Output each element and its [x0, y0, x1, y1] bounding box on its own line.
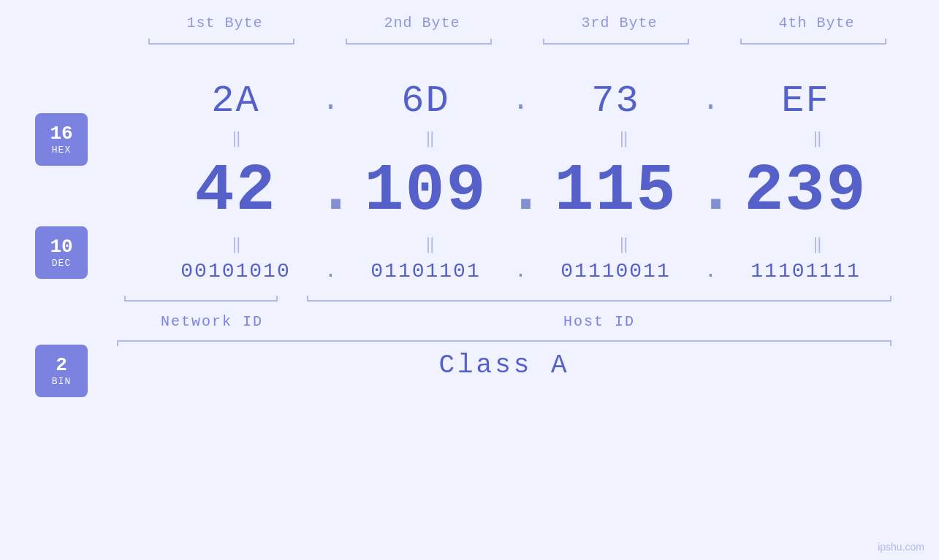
watermark: ipshu.com — [878, 541, 924, 553]
bin-byte4: 11101111 — [726, 260, 886, 283]
hex-dot3: . — [696, 85, 726, 118]
eq2-2: ‖ — [353, 234, 514, 254]
dec-row: 42 . 109 . 115 . 239 — [0, 154, 939, 229]
equals-row-2: ‖ ‖ ‖ ‖ — [142, 234, 917, 254]
bin-byte2: 01101101 — [346, 260, 506, 283]
eq2-4: ‖ — [740, 234, 901, 254]
byte4-header: 4th Byte — [737, 15, 897, 31]
byte1-header: 1st Byte — [145, 15, 305, 31]
hex-byte3: 73 — [536, 80, 696, 123]
network-id-bracket — [124, 290, 278, 302]
bracket-cell-1 — [141, 37, 302, 50]
bin-dot1: . — [316, 260, 346, 283]
hex-byte2: 6D — [346, 80, 506, 123]
dec-byte1: 42 — [156, 154, 316, 229]
dec-dot3: . — [696, 154, 726, 229]
hex-row: 2A . 6D . 73 . EF — [0, 80, 939, 123]
byte3-header: 3rd Byte — [539, 15, 700, 31]
dec-base-num: 10 — [50, 237, 72, 258]
hex-dot2: . — [506, 85, 536, 118]
bottom-brackets — [117, 290, 892, 307]
network-id-label: Network ID — [117, 313, 307, 330]
main-container: 16 HEX 10 DEC 2 BIN 1st Byte 2nd Byte 3r… — [0, 0, 939, 560]
dec-byte2: 109 — [346, 154, 506, 229]
bin-dot2: . — [506, 260, 536, 283]
bin-byte3: 01110011 — [536, 260, 696, 283]
eq1-1: ‖ — [159, 129, 320, 148]
hex-base-num: 16 — [50, 123, 72, 145]
bin-dot3: . — [696, 260, 726, 283]
eq1-3: ‖ — [547, 129, 707, 148]
dec-dot1: . — [316, 154, 346, 229]
dec-dot2: . — [506, 154, 536, 229]
byte-headers: 1st Byte 2nd Byte 3rd Byte 4th Byte — [119, 15, 923, 31]
hex-dot1: . — [316, 85, 346, 118]
bracket-cell-3 — [536, 37, 696, 50]
top-brackets — [141, 37, 916, 50]
host-id-label: Host ID — [307, 313, 892, 330]
dec-byte3: 115 — [536, 154, 696, 229]
hex-byte1: 2A — [156, 80, 316, 123]
class-label: Class A — [117, 350, 892, 380]
host-id-bracket — [307, 290, 892, 302]
eq2-3: ‖ — [547, 234, 707, 254]
class-bracket-line — [117, 340, 892, 342]
eq1-2: ‖ — [353, 129, 514, 148]
hex-byte4: EF — [726, 80, 886, 123]
bin-row: 00101010 . 01101101 . 01110011 . 1110111… — [0, 260, 939, 283]
dec-byte4: 239 — [726, 154, 886, 229]
bottom-section: Network ID Host ID Class A — [0, 290, 939, 380]
eq2-1: ‖ — [159, 234, 320, 254]
id-labels: Network ID Host ID — [117, 313, 892, 330]
eq1-4: ‖ — [740, 129, 901, 148]
bin-byte1: 00101010 — [156, 260, 316, 283]
bracket-cell-4 — [733, 37, 894, 50]
class-section: Class A — [117, 340, 892, 380]
equals-row-1: ‖ ‖ ‖ ‖ — [142, 129, 917, 148]
bracket-cell-2 — [338, 37, 499, 50]
byte2-header: 2nd Byte — [342, 15, 503, 31]
